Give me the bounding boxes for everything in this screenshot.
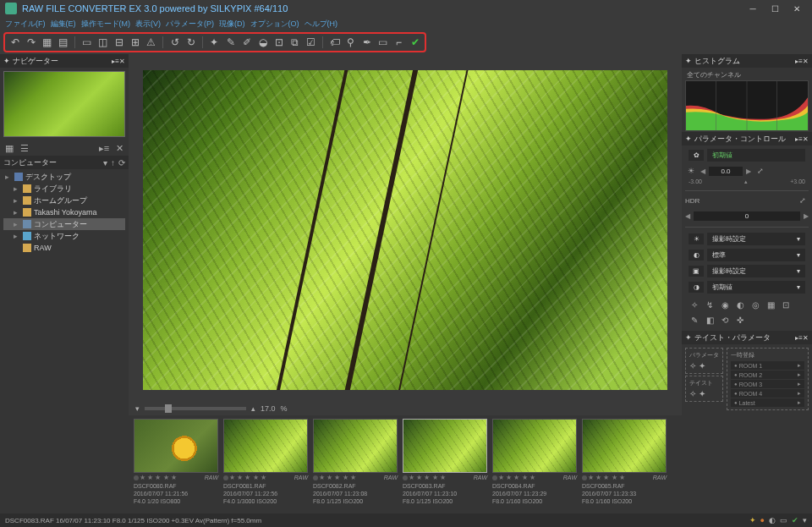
tree-up-icon[interactable]: ↑ (111, 158, 115, 167)
taste-paste2-icon[interactable]: ✦ (699, 389, 705, 398)
param-shoot-setting2-button[interactable]: 撮影時設定▾ (707, 265, 805, 277)
tool-dropper-icon[interactable]: ⚲ (344, 36, 357, 49)
tool-pen-icon[interactable]: ✒ (360, 36, 373, 49)
thumbnail-image[interactable] (313, 419, 398, 473)
nav-pin-icon[interactable]: ▸≡ (98, 142, 110, 154)
panel-pin-icon[interactable]: ▸≡ (795, 334, 803, 342)
rating-row[interactable]: ★ ★ ★ ★ ★RAW (223, 473, 308, 482)
tool-compare-v-icon[interactable]: ⊟ (112, 36, 125, 49)
minimize-button[interactable]: ─ (743, 2, 763, 15)
thumbnail-image[interactable] (582, 419, 667, 473)
ev-decrease-button[interactable]: ◀ (700, 167, 705, 175)
tool-e-icon[interactable]: ◎ (749, 299, 761, 310)
panel-pin-icon[interactable]: ▸≡ (795, 135, 803, 143)
hdr-value[interactable]: 0 (694, 211, 800, 221)
rating-row[interactable]: ★ ★ ★ ★ ★RAW (313, 473, 398, 482)
ev-value[interactable]: 0.0 (709, 167, 743, 176)
rating-row[interactable]: ★ ★ ★ ★ ★RAW (134, 473, 218, 482)
room-button[interactable]: Latest ▸ (731, 398, 804, 407)
thumbnail-image[interactable] (134, 419, 218, 473)
filmstrip-item[interactable]: ★ ★ ★ ★ ★RAW DSCF0080.RAF 2016/07/07 11:… (134, 419, 218, 510)
status-icon-2[interactable]: ● (760, 516, 765, 524)
menu-file[interactable]: ファイル(F) (3, 19, 47, 30)
param-standard-button[interactable]: 標準▾ (707, 249, 805, 261)
hdr-increase-button[interactable]: ▶ (804, 212, 809, 220)
filmstrip-item[interactable]: ★ ★ ★ ★ ★RAW DSCF0082.RAF 2016/07/07 11:… (313, 419, 398, 510)
status-icon-1[interactable]: ✦ (749, 516, 756, 524)
room-button[interactable]: ROOM 4 ▸ (731, 389, 804, 398)
expand-icon[interactable]: ⤢ (754, 167, 766, 175)
status-icon-4[interactable]: ▭ (780, 516, 787, 524)
tool-redo-icon[interactable]: ↻ (184, 36, 197, 49)
zoom-in-icon[interactable]: ▴ (251, 404, 255, 413)
nav-grid-icon[interactable]: ▦ (3, 142, 15, 154)
tool-h-icon[interactable]: ✎ (689, 314, 700, 326)
tool-stamp-icon[interactable]: ⊡ (272, 36, 285, 49)
expand-icon[interactable]: ⤢ (797, 196, 809, 205)
tool-grid-small-icon[interactable]: ▦ (41, 36, 53, 49)
tool-g-icon[interactable]: ⊡ (780, 299, 792, 310)
tool-undo-icon[interactable]: ↺ (168, 36, 181, 49)
tool-c-icon[interactable]: ◉ (719, 299, 731, 310)
panel-close-icon[interactable]: ✕ (803, 135, 809, 143)
zoom-slider[interactable] (145, 407, 246, 410)
rating-row[interactable]: ★ ★ ★ ★ ★RAW (403, 473, 487, 482)
tool-tag-icon[interactable]: 🏷 (328, 36, 341, 49)
menu-edit[interactable]: 編集(E) (49, 19, 78, 30)
tool-eraser-icon[interactable]: ◒ (256, 36, 269, 49)
navigator-thumbnail[interactable] (3, 71, 125, 137)
room-button[interactable]: ROOM 1 ▸ (731, 361, 804, 370)
preview-image[interactable] (143, 70, 667, 390)
tree-node[interactable]: ▸コンピューター (3, 218, 125, 230)
thumbnail-image[interactable] (403, 419, 487, 473)
close-button[interactable]: ✕ (787, 2, 807, 15)
tool-k-icon[interactable]: ✜ (734, 314, 746, 326)
tool-f-icon[interactable]: ▦ (765, 299, 776, 310)
menu-help[interactable]: ヘルプ(H) (303, 19, 340, 30)
tool-compare-h-icon[interactable]: ◫ (96, 36, 109, 49)
param-default-button[interactable]: 初期値 (707, 149, 805, 162)
filmstrip-item[interactable]: ★ ★ ★ ★ ★RAW DSCF0085.RAF 2016/07/07 11:… (582, 419, 667, 510)
rating-row[interactable]: ★ ★ ★ ★ ★RAW (582, 473, 667, 482)
tool-grid-large-icon[interactable]: ▤ (57, 36, 69, 49)
tool-d-icon[interactable]: ◐ (734, 299, 746, 310)
tree-node[interactable]: ▸ネットワーク (3, 230, 125, 242)
tool-warning-icon[interactable]: ⚠ (145, 36, 157, 49)
nav-list-icon[interactable]: ☰ (19, 142, 30, 154)
room-button[interactable]: ROOM 3 ▸ (731, 380, 804, 388)
sun-icon[interactable]: ☀ (689, 233, 704, 244)
menu-option[interactable]: オプション(O) (249, 19, 301, 30)
menu-parameter[interactable]: パラメータ(P) (164, 19, 216, 30)
menu-view[interactable]: 表示(V) (134, 19, 162, 30)
maximize-button[interactable]: ☐ (765, 2, 785, 15)
param-shoot-setting-button[interactable]: 撮影時設定▾ (707, 233, 805, 245)
tool-brush1-icon[interactable]: ✎ (224, 36, 237, 49)
taste-copy2-icon[interactable]: ✧ (689, 389, 696, 398)
param-gear-icon[interactable]: ✿ (689, 150, 704, 161)
filmstrip-item[interactable]: ★ ★ ★ ★ ★RAW DSCF0081.RAF 2016/07/07 11:… (223, 419, 308, 510)
tree-node[interactable]: ▸ライブラリ (3, 183, 125, 195)
panel-pin-icon[interactable]: ▸≡ (112, 58, 119, 65)
tool-select-icon[interactable]: ☑ (304, 36, 317, 49)
room-button[interactable]: ROOM 2 ▸ (731, 371, 804, 379)
tree-node[interactable]: ▸ホームグループ (3, 195, 125, 206)
tool-crop-icon[interactable]: ⧉ (288, 36, 301, 49)
ev-increase-button[interactable]: ▶ (746, 167, 751, 175)
palette-icon[interactable]: ◐ (689, 250, 704, 261)
tool-wand-icon[interactable]: ✦ (208, 36, 221, 49)
tree-node[interactable]: ▸デスクトップ (3, 171, 125, 183)
tool-check-icon[interactable]: ✔ (409, 36, 421, 49)
tool-i-icon[interactable]: ◧ (704, 314, 716, 326)
filmstrip-item[interactable]: ★ ★ ★ ★ ★RAW DSCF0084.RAF 2016/07/07 11:… (492, 419, 577, 510)
tool-brush2-icon[interactable]: ✐ (240, 36, 253, 49)
hdr-decrease-button[interactable]: ◀ (685, 212, 690, 220)
taste-copy-icon[interactable]: ✧ (689, 361, 696, 371)
panel-pin-icon[interactable]: ▸≡ (795, 58, 803, 65)
contrast-icon[interactable]: ◑ (689, 282, 704, 293)
tool-single-view-icon[interactable]: ▭ (80, 36, 93, 49)
tool-line-icon[interactable]: ⌐ (392, 36, 405, 49)
tree-collapse-icon[interactable]: ▾ (103, 158, 107, 167)
tool-rect-icon[interactable]: ▭ (376, 36, 389, 49)
menu-mode[interactable]: 操作モード(M) (80, 19, 133, 30)
tool-rotate-cw-icon[interactable]: ↷ (25, 36, 37, 49)
